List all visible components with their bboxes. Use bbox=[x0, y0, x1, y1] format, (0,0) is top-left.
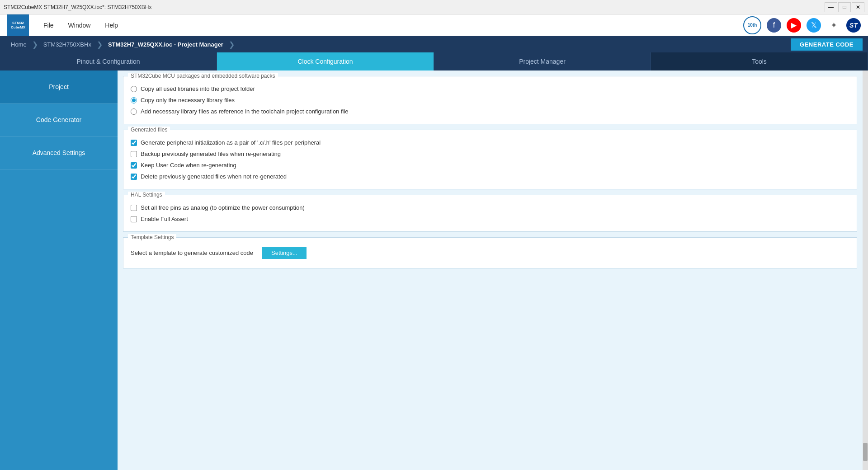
template-settings-title: Template Settings bbox=[128, 234, 176, 240]
sidebar-item-project[interactable]: Project bbox=[0, 70, 118, 103]
maximize-button[interactable]: □ bbox=[838, 2, 851, 12]
main-layout: Project Code Generator Advanced Settings… bbox=[0, 70, 868, 470]
tab-project-manager[interactable]: Project Manager bbox=[434, 52, 651, 70]
youtube-icon[interactable]: ▶ bbox=[787, 18, 801, 33]
mcu-packages-panel: STM32Cube MCU packages and embedded soft… bbox=[123, 76, 857, 124]
breadcrumb-home[interactable]: Home bbox=[5, 36, 32, 52]
template-settings-content: Select a template to generate customized… bbox=[131, 247, 849, 259]
checkbox-generate-peripheral-input[interactable] bbox=[131, 140, 137, 146]
breadcrumb-bar: Home ❯ STM32H750XBHx ❯ STM32H7_W25QXX.io… bbox=[0, 36, 868, 52]
mcu-packages-content: Copy all used libraries into the project… bbox=[131, 85, 849, 115]
radio-copy-all[interactable]: Copy all used libraries into the project… bbox=[131, 85, 849, 92]
tab-tools[interactable]: Tools bbox=[651, 52, 868, 70]
twitter-icon[interactable]: 𝕏 bbox=[807, 18, 821, 33]
minimize-button[interactable]: — bbox=[825, 2, 837, 12]
breadcrumb-sep-2: ❯ bbox=[97, 40, 103, 49]
checkbox-keep-user-code-input[interactable] bbox=[131, 162, 137, 169]
generate-code-button[interactable]: GENERATE CODE bbox=[791, 38, 863, 51]
breadcrumb-project[interactable]: STM32H7_W25QXX.ioc - Project Manager bbox=[103, 36, 229, 52]
checkbox-keep-user-code[interactable]: Keep User Code when re-generating bbox=[131, 162, 849, 169]
mcu-radio-group: Copy all used libraries into the project… bbox=[131, 85, 849, 115]
tab-clock[interactable]: Clock Configuration bbox=[217, 52, 434, 70]
scrollbar-thumb[interactable] bbox=[863, 443, 868, 461]
checkbox-full-assert[interactable]: Enable Full Assert bbox=[131, 216, 849, 222]
checkbox-generate-peripheral[interactable]: Generate peripheral initialization as a … bbox=[131, 139, 849, 146]
checkbox-delete-files-input[interactable] bbox=[131, 174, 137, 180]
window-title: STM32CubeMX STM32H7_W25QXX.ioc*: STM32H7… bbox=[4, 4, 151, 10]
breadcrumb-sep-3: ❯ bbox=[229, 40, 235, 49]
close-button[interactable]: ✕ bbox=[852, 2, 864, 12]
template-select-label: Select a template to generate customized… bbox=[131, 249, 253, 256]
logo-box: STM32CubeMX bbox=[7, 14, 29, 36]
menu-bar: STM32CubeMX File Window Help 10th f ▶ 𝕏 … bbox=[0, 14, 868, 36]
hal-settings-title: HAL Settings bbox=[128, 192, 165, 198]
mcu-packages-title: STM32Cube MCU packages and embedded soft… bbox=[128, 73, 278, 79]
checkbox-free-pins[interactable]: Set all free pins as analog (to optimize… bbox=[131, 204, 849, 211]
radio-copy-all-input[interactable] bbox=[131, 86, 137, 92]
menu-help[interactable]: Help bbox=[105, 22, 118, 29]
checkbox-backup-files[interactable]: Backup previously generated files when r… bbox=[131, 150, 849, 157]
radio-copy-necessary[interactable]: Copy only the necessary library files bbox=[131, 97, 849, 103]
template-settings-panel: Template Settings Select a template to g… bbox=[123, 237, 857, 268]
hal-settings-panel: HAL Settings Set all free pins as analog… bbox=[123, 195, 857, 232]
logo-text: STM32CubeMX bbox=[11, 21, 25, 29]
breadcrumb-chip[interactable]: STM32H750XBHx bbox=[38, 36, 97, 52]
generated-files-title: Generated files bbox=[128, 127, 170, 133]
content-area: STM32Cube MCU packages and embedded soft… bbox=[118, 70, 863, 470]
generated-files-content: Generate peripheral initialization as a … bbox=[131, 139, 849, 180]
sidebar: Project Code Generator Advanced Settings bbox=[0, 70, 118, 470]
menu-window[interactable]: Window bbox=[68, 22, 91, 29]
title-bar: STM32CubeMX STM32H7_W25QXX.ioc*: STM32H7… bbox=[0, 0, 868, 14]
app-logo: STM32CubeMX bbox=[7, 14, 29, 36]
window-controls[interactable]: — □ ✕ bbox=[825, 2, 864, 12]
menu-bar-left: STM32CubeMX File Window Help bbox=[7, 14, 118, 36]
checkbox-full-assert-input[interactable] bbox=[131, 216, 137, 222]
tab-pinout[interactable]: Pinout & Configuration bbox=[0, 52, 217, 70]
sidebar-item-code-generator[interactable]: Code Generator bbox=[0, 103, 118, 136]
generated-files-checkbox-group: Generate peripheral initialization as a … bbox=[131, 139, 849, 180]
anniversary-badge: 10th bbox=[743, 16, 761, 34]
scrollbar-track[interactable] bbox=[863, 70, 868, 470]
hal-settings-content: Set all free pins as analog (to optimize… bbox=[131, 204, 849, 222]
settings-button[interactable]: Settings... bbox=[262, 247, 307, 259]
st-logo-icon[interactable]: ST bbox=[846, 18, 861, 33]
facebook-icon[interactable]: f bbox=[767, 18, 781, 33]
breadcrumb-sep-1: ❯ bbox=[32, 40, 38, 49]
sidebar-item-advanced-settings[interactable]: Advanced Settings bbox=[0, 136, 118, 169]
radio-copy-necessary-input[interactable] bbox=[131, 97, 137, 103]
radio-add-reference-input[interactable] bbox=[131, 108, 137, 115]
checkbox-delete-files[interactable]: Delete previously generated files when n… bbox=[131, 173, 849, 180]
checkbox-backup-files-input[interactable] bbox=[131, 151, 137, 157]
menu-file[interactable]: File bbox=[43, 22, 54, 29]
radio-add-reference[interactable]: Add necessary library files as reference… bbox=[131, 108, 849, 115]
generated-files-panel: Generated files Generate peripheral init… bbox=[123, 130, 857, 189]
tab-bar: Pinout & Configuration Clock Configurati… bbox=[0, 52, 868, 70]
menu-bar-right: 10th f ▶ 𝕏 ✦ ST bbox=[743, 16, 861, 34]
network-icon[interactable]: ✦ bbox=[826, 18, 841, 33]
hal-checkbox-group: Set all free pins as analog (to optimize… bbox=[131, 204, 849, 222]
checkbox-free-pins-input[interactable] bbox=[131, 205, 137, 211]
template-row: Select a template to generate customized… bbox=[131, 247, 849, 259]
breadcrumb-items: Home ❯ STM32H750XBHx ❯ STM32H7_W25QXX.io… bbox=[5, 36, 235, 52]
menu-items: File Window Help bbox=[43, 22, 118, 29]
